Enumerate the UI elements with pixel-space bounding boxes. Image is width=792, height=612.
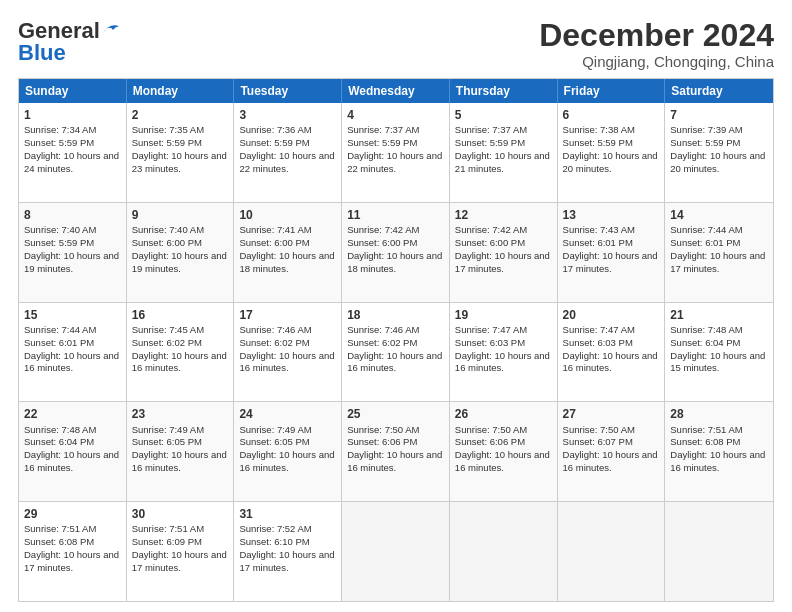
calendar-cell: 19Sunrise: 7:47 AMSunset: 6:03 PMDayligh…: [450, 303, 558, 402]
sunrise: Sunrise: 7:47 AM: [563, 324, 635, 335]
daylight-label: Daylight: 10 hours and 16 minutes.: [132, 449, 227, 473]
sunrise: Sunrise: 7:43 AM: [563, 224, 635, 235]
calendar-cell: 21Sunrise: 7:48 AMSunset: 6:04 PMDayligh…: [665, 303, 773, 402]
sunrise: Sunrise: 7:45 AM: [132, 324, 204, 335]
calendar-cell: 15Sunrise: 7:44 AMSunset: 6:01 PMDayligh…: [19, 303, 127, 402]
daylight-label: Daylight: 10 hours and 22 minutes.: [347, 150, 442, 174]
day-number: 15: [24, 307, 121, 323]
calendar-cell: [665, 502, 773, 601]
sunrise: Sunrise: 7:35 AM: [132, 124, 204, 135]
sunrise: Sunrise: 7:50 AM: [563, 424, 635, 435]
day-number: 20: [563, 307, 660, 323]
day-number: 17: [239, 307, 336, 323]
sunset: Sunset: 6:08 PM: [24, 536, 94, 547]
sunrise: Sunrise: 7:41 AM: [239, 224, 311, 235]
daylight-label: Daylight: 10 hours and 17 minutes.: [239, 549, 334, 573]
calendar-cell: 29Sunrise: 7:51 AMSunset: 6:08 PMDayligh…: [19, 502, 127, 601]
sunrise: Sunrise: 7:51 AM: [670, 424, 742, 435]
daylight-label: Daylight: 10 hours and 17 minutes.: [132, 549, 227, 573]
calendar-cell: 28Sunrise: 7:51 AMSunset: 6:08 PMDayligh…: [665, 402, 773, 501]
day-number: 11: [347, 207, 444, 223]
daylight-label: Daylight: 10 hours and 16 minutes.: [563, 449, 658, 473]
calendar-cell: 25Sunrise: 7:50 AMSunset: 6:06 PMDayligh…: [342, 402, 450, 501]
daylight-label: Daylight: 10 hours and 15 minutes.: [670, 350, 765, 374]
calendar-body: 1Sunrise: 7:34 AMSunset: 5:59 PMDaylight…: [19, 103, 773, 601]
daylight-label: Daylight: 10 hours and 16 minutes.: [670, 449, 765, 473]
sunrise: Sunrise: 7:39 AM: [670, 124, 742, 135]
calendar-cell: 27Sunrise: 7:50 AMSunset: 6:07 PMDayligh…: [558, 402, 666, 501]
day-number: 21: [670, 307, 768, 323]
sunrise: Sunrise: 7:44 AM: [670, 224, 742, 235]
daylight-label: Daylight: 10 hours and 16 minutes.: [563, 350, 658, 374]
calendar-cell: 22Sunrise: 7:48 AMSunset: 6:04 PMDayligh…: [19, 402, 127, 501]
sunset: Sunset: 6:05 PM: [239, 436, 309, 447]
sunset: Sunset: 6:01 PM: [670, 237, 740, 248]
sunset: Sunset: 6:00 PM: [239, 237, 309, 248]
calendar-cell: 4Sunrise: 7:37 AMSunset: 5:59 PMDaylight…: [342, 103, 450, 202]
day-number: 2: [132, 107, 229, 123]
sunset: Sunset: 6:00 PM: [347, 237, 417, 248]
sunset: Sunset: 5:59 PM: [24, 137, 94, 148]
sunrise: Sunrise: 7:48 AM: [670, 324, 742, 335]
calendar-header: Sunday Monday Tuesday Wednesday Thursday…: [19, 79, 773, 103]
daylight-label: Daylight: 10 hours and 16 minutes.: [24, 449, 119, 473]
sunrise: Sunrise: 7:42 AM: [455, 224, 527, 235]
calendar-cell: [342, 502, 450, 601]
daylight-label: Daylight: 10 hours and 21 minutes.: [455, 150, 550, 174]
calendar-cell: 26Sunrise: 7:50 AMSunset: 6:06 PMDayligh…: [450, 402, 558, 501]
logo-bird-icon: [101, 21, 123, 37]
sunset: Sunset: 6:03 PM: [455, 337, 525, 348]
month-title: December 2024: [539, 18, 774, 53]
daylight-label: Daylight: 10 hours and 16 minutes.: [455, 350, 550, 374]
sunrise: Sunrise: 7:50 AM: [455, 424, 527, 435]
sunrise: Sunrise: 7:51 AM: [24, 523, 96, 534]
calendar-week-1: 1Sunrise: 7:34 AMSunset: 5:59 PMDaylight…: [19, 103, 773, 202]
sunset: Sunset: 6:02 PM: [132, 337, 202, 348]
sunrise: Sunrise: 7:38 AM: [563, 124, 635, 135]
day-number: 13: [563, 207, 660, 223]
calendar-cell: 14Sunrise: 7:44 AMSunset: 6:01 PMDayligh…: [665, 203, 773, 302]
logo: General Blue: [18, 18, 123, 66]
daylight-label: Daylight: 10 hours and 22 minutes.: [239, 150, 334, 174]
sunrise: Sunrise: 7:49 AM: [239, 424, 311, 435]
sunrise: Sunrise: 7:40 AM: [132, 224, 204, 235]
header-tuesday: Tuesday: [234, 79, 342, 103]
sunrise: Sunrise: 7:48 AM: [24, 424, 96, 435]
sunset: Sunset: 5:59 PM: [670, 137, 740, 148]
sunrise: Sunrise: 7:42 AM: [347, 224, 419, 235]
title-block: December 2024 Qingjiang, Chongqing, Chin…: [539, 18, 774, 70]
day-number: 16: [132, 307, 229, 323]
daylight-label: Daylight: 10 hours and 16 minutes.: [347, 449, 442, 473]
location: Qingjiang, Chongqing, China: [539, 53, 774, 70]
sunset: Sunset: 6:03 PM: [563, 337, 633, 348]
header: General Blue December 2024 Qingjiang, Ch…: [18, 18, 774, 70]
header-saturday: Saturday: [665, 79, 773, 103]
sunset: Sunset: 6:02 PM: [347, 337, 417, 348]
day-number: 3: [239, 107, 336, 123]
daylight-label: Daylight: 10 hours and 23 minutes.: [132, 150, 227, 174]
sunset: Sunset: 5:59 PM: [239, 137, 309, 148]
daylight-label: Daylight: 10 hours and 20 minutes.: [563, 150, 658, 174]
daylight-label: Daylight: 10 hours and 16 minutes.: [239, 350, 334, 374]
sunrise: Sunrise: 7:40 AM: [24, 224, 96, 235]
sunrise: Sunrise: 7:52 AM: [239, 523, 311, 534]
sunset: Sunset: 6:04 PM: [24, 436, 94, 447]
header-friday: Friday: [558, 79, 666, 103]
calendar-cell: 5Sunrise: 7:37 AMSunset: 5:59 PMDaylight…: [450, 103, 558, 202]
calendar-cell: 17Sunrise: 7:46 AMSunset: 6:02 PMDayligh…: [234, 303, 342, 402]
calendar-cell: 2Sunrise: 7:35 AMSunset: 5:59 PMDaylight…: [127, 103, 235, 202]
daylight-label: Daylight: 10 hours and 18 minutes.: [347, 250, 442, 274]
calendar-cell: [450, 502, 558, 601]
sunset: Sunset: 5:59 PM: [132, 137, 202, 148]
calendar-cell: 18Sunrise: 7:46 AMSunset: 6:02 PMDayligh…: [342, 303, 450, 402]
calendar-cell: 24Sunrise: 7:49 AMSunset: 6:05 PMDayligh…: [234, 402, 342, 501]
calendar-cell: 3Sunrise: 7:36 AMSunset: 5:59 PMDaylight…: [234, 103, 342, 202]
day-number: 18: [347, 307, 444, 323]
sunrise: Sunrise: 7:34 AM: [24, 124, 96, 135]
calendar: Sunday Monday Tuesday Wednesday Thursday…: [18, 78, 774, 602]
day-number: 9: [132, 207, 229, 223]
day-number: 12: [455, 207, 552, 223]
day-number: 27: [563, 406, 660, 422]
daylight-label: Daylight: 10 hours and 24 minutes.: [24, 150, 119, 174]
calendar-cell: 31Sunrise: 7:52 AMSunset: 6:10 PMDayligh…: [234, 502, 342, 601]
